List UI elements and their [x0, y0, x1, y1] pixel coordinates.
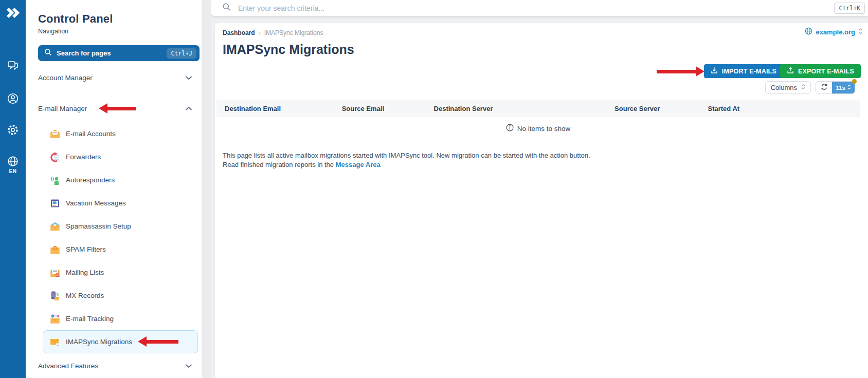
- message-area-link[interactable]: Message Area: [336, 161, 381, 168]
- sidebar-scrollbar[interactable]: [202, 0, 211, 378]
- refresh-notification-dot: [852, 79, 857, 84]
- import-icon: [711, 67, 718, 75]
- imapsync-migrations-icon: [49, 336, 61, 348]
- export-icon: [787, 67, 794, 75]
- export-emails-button[interactable]: EXPORT E-MAILS: [780, 64, 861, 78]
- refresh-interval-dropdown[interactable]: 11s: [832, 82, 855, 93]
- account-icon[interactable]: [6, 92, 20, 105]
- domain-selector[interactable]: example.org: [805, 27, 863, 37]
- global-search-input[interactable]: [238, 4, 834, 12]
- annotation-arrow-email-manager: [99, 103, 136, 114]
- email-accounts-icon: [49, 128, 61, 140]
- domain-name: example.org: [816, 28, 855, 36]
- updown-chevron-icon: [847, 84, 851, 91]
- chevron-down-icon: [185, 73, 192, 82]
- sidebar-item-spamassassin-setup[interactable]: Spamassassin Setup: [43, 215, 198, 238]
- mx-records-icon: [49, 290, 61, 301]
- chevron-up-icon: [185, 104, 192, 113]
- migrations-table-header: Destination Email Source Email Destinati…: [216, 100, 860, 117]
- control-panel-screen: EN Control Panel Navigation Search for p…: [0, 0, 868, 378]
- columns-dropdown[interactable]: Columns: [765, 81, 811, 94]
- annotation-arrow-imapsync-migrations: [138, 336, 178, 347]
- breadcrumb: Dashboard › IMAPSync Migrations: [223, 29, 323, 36]
- sidebar-item-email-accounts[interactable]: E-mail Accounts: [43, 122, 198, 145]
- globe-icon: [805, 27, 812, 37]
- column-header: Destination Server: [426, 105, 607, 112]
- email-tracking-icon: [49, 313, 61, 325]
- email-manager-items: E-mail Accounts Forwarders: [38, 122, 200, 353]
- page-description: This page lists all active mailbox migra…: [223, 151, 590, 169]
- chevron-down-icon: [185, 361, 192, 370]
- sidebar-item-email-tracking[interactable]: E-mail Tracking: [43, 307, 198, 330]
- sidebar-item-mailing-lists[interactable]: Mailing Lists: [43, 261, 198, 284]
- refresh-controls: 11s: [816, 81, 855, 94]
- sidebar-title: Control Panel: [38, 12, 198, 26]
- import-emails-button[interactable]: IMPORT E-MAILS: [704, 64, 783, 78]
- mailing-lists-icon: [49, 267, 61, 278]
- refresh-interval-value: 11s: [836, 85, 845, 91]
- forwarders-icon: [49, 152, 61, 163]
- sidebar-subtitle: Navigation: [38, 28, 198, 35]
- spamassassin-setup-icon: [49, 221, 61, 232]
- empty-state: No items to show: [216, 122, 860, 135]
- info-icon: [506, 124, 514, 133]
- breadcrumb-current: IMAPSync Migrations: [264, 29, 323, 36]
- main-area: Ctrl+K Dashboard › IMAPSync Migrations e…: [211, 0, 868, 378]
- global-search-shortcut-badge: Ctrl+K: [834, 3, 865, 14]
- settings-icon[interactable]: [6, 123, 20, 137]
- description-line-1: This page lists all active mailbox migra…: [223, 151, 590, 160]
- sidebar-item-spam-filters[interactable]: SPAM Filters: [43, 238, 198, 261]
- autoresponders-icon: [49, 175, 61, 186]
- column-header: Source Email: [334, 105, 426, 112]
- page-title: IMAPSync Migrations: [223, 42, 354, 57]
- search-shortcut-badge: Ctrl+J: [167, 48, 196, 59]
- app-logo-icon[interactable]: [4, 4, 22, 22]
- refresh-button[interactable]: [816, 82, 832, 93]
- section-advanced-features[interactable]: Advanced Features: [38, 356, 200, 375]
- chat-icon[interactable]: [6, 59, 20, 72]
- language-icon[interactable]: [6, 155, 20, 168]
- updown-chevron-icon: [801, 84, 805, 91]
- column-header: Started At: [699, 105, 859, 112]
- search-pages-label: Search for pages: [57, 49, 167, 57]
- app-rail: EN: [0, 0, 26, 378]
- search-icon: [44, 48, 52, 58]
- sidebar-item-forwarders[interactable]: Forwarders: [43, 145, 198, 168]
- column-header: Source Server: [606, 105, 699, 112]
- column-header: Destination Email: [216, 105, 334, 112]
- search-pages-button[interactable]: Search for pages Ctrl+J: [38, 45, 200, 61]
- refresh-icon: [821, 83, 828, 92]
- import-label: IMPORT E-MAILS: [722, 68, 776, 75]
- language-label: EN: [0, 168, 26, 174]
- updown-chevron-icon: [858, 28, 863, 37]
- search-icon: [222, 3, 231, 13]
- spam-filters-icon: [49, 244, 61, 255]
- annotation-arrow-import-emails: [657, 66, 704, 77]
- sidebar-item-mx-records[interactable]: MX Records: [43, 284, 198, 307]
- vacation-messages-icon: [49, 198, 61, 209]
- sidebar-item-vacation-messages[interactable]: Vacation Messages: [43, 192, 198, 215]
- navigation-sidebar: Control Panel Navigation Search for page…: [26, 0, 202, 378]
- description-line-2: Read finished migration reports in the M…: [223, 160, 590, 169]
- empty-state-text: No items to show: [517, 125, 571, 133]
- columns-label: Columns: [771, 84, 797, 91]
- breadcrumb-separator-icon: ›: [259, 29, 261, 36]
- breadcrumb-dashboard[interactable]: Dashboard: [223, 29, 255, 36]
- section-account-manager[interactable]: Account Manager: [38, 68, 200, 87]
- content-card: Dashboard › IMAPSync Migrations example.…: [215, 23, 868, 378]
- global-search-bar: Ctrl+K: [211, 0, 868, 16]
- sidebar-item-autoresponders[interactable]: Autoresponders: [43, 168, 198, 192]
- sidebar-menu: Account Manager E-mail Manager: [38, 68, 200, 375]
- export-label: EXPORT E-MAILS: [798, 68, 854, 75]
